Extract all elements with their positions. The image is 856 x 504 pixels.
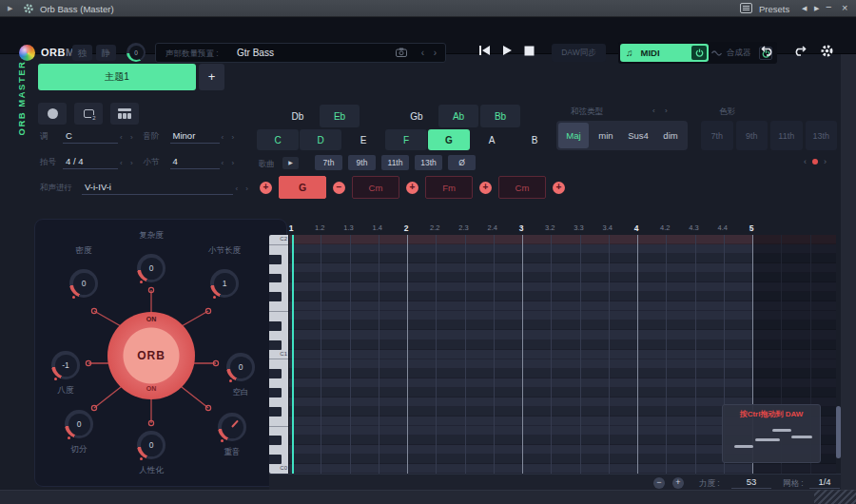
chord-type-min[interactable]: min [591,123,621,148]
add-chord-icon[interactable]: + [479,182,492,194]
knob-syncopation[interactable]: 0 [65,410,93,438]
knob-dial-syncopation[interactable]: 0 [65,410,93,438]
song-play-button[interactable]: ▶ [282,157,299,169]
knob-octave[interactable]: -1 [51,351,80,379]
skip-back-button[interactable] [478,45,491,56]
piano-key[interactable] [269,301,288,311]
grid-size-value[interactable]: 1/4 [809,476,840,489]
note-button-Db[interactable]: Db [278,105,318,127]
progression-stepper[interactable]: ‹ › [235,184,251,193]
note-button-G[interactable]: G [428,129,470,150]
chord-type-dim[interactable]: dim [655,123,686,148]
extension-11th[interactable]: 11th [381,155,409,170]
piano-keys[interactable]: C2C1C0 [269,235,288,474]
note-button-F[interactable]: F [385,129,427,150]
note-button-C[interactable]: C [257,129,299,150]
volume-knob[interactable]: 0 [126,43,146,62]
extension-13th[interactable]: 13th [415,155,442,170]
orb-view-button[interactable] [38,103,67,125]
note-button-D[interactable]: D [300,129,341,150]
key-stepper[interactable]: ‹ › [120,133,136,142]
color-7th[interactable]: 7th [701,121,733,150]
knob-accent[interactable] [218,413,246,441]
piano-key[interactable] [269,311,288,321]
close-button[interactable]: × [842,2,847,13]
chord-chip-G[interactable]: G [279,176,326,199]
note-button-A[interactable]: A [471,129,513,150]
knob-density[interactable]: 0 [69,269,98,298]
play-button[interactable] [502,45,513,56]
chord-type-Sus4[interactable]: Sus4 [623,123,653,148]
drag-to-daw-box[interactable]: 按Ctrl拖动到 DAW [722,404,821,463]
piano-key[interactable] [269,369,288,378]
piano-key[interactable]: C1 [269,350,288,359]
chord-type-stepper[interactable]: ‹ › [652,107,671,115]
settings-gear-icon[interactable] [820,44,834,58]
voice-preset-value[interactable]: Gtr Bass [237,48,274,58]
daw-sync-button[interactable]: DAW同步 [552,44,606,62]
add-theme-button[interactable]: + [199,64,224,90]
preset-prev-icon[interactable]: ◀ [802,5,807,12]
knob-complexity[interactable]: 0 [137,254,165,282]
piano-key[interactable] [269,292,288,301]
knob-dial-rest[interactable]: 0 [226,353,255,381]
preset-list-icon[interactable] [740,3,752,13]
piano-key[interactable] [269,445,288,455]
piano-key[interactable] [269,274,288,283]
preset-next-icon[interactable]: ▶ [814,5,819,12]
resize-grip[interactable] [814,490,856,504]
knob-dial-density[interactable]: 0 [69,269,98,298]
progression-value[interactable]: V-i-IV-i [82,182,233,195]
preset-prev-arrow-icon[interactable]: ‹ [421,48,424,58]
timesig-value[interactable]: 4 / 4 [63,156,118,169]
voice-preset-field[interactable]: 声部数量预置 : Gtr Bass ‹ › [155,43,446,63]
pager-prev-icon[interactable]: ‹ [804,157,807,166]
orb-top-toggle[interactable]: ON [107,316,195,322]
piano-key[interactable] [269,244,288,255]
color-11th[interactable]: 11th [770,121,803,150]
midi-power-icon[interactable] [691,46,707,60]
add-chord-icon[interactable]: + [553,182,565,194]
extension-7th[interactable]: 7th [315,155,342,170]
collapse-icon[interactable]: ▶ [8,5,12,12]
color-9th[interactable]: 9th [736,121,768,150]
chord-chip-Cm[interactable]: Cm [498,176,546,199]
preset-next-arrow-icon[interactable]: › [434,48,437,58]
piano-key[interactable] [269,378,288,388]
knob-dial-humanize[interactable]: 0 [137,431,165,459]
minimize-button[interactable]: − [826,1,831,12]
bars-stepper[interactable]: ‹ › [222,159,238,167]
orb-bottom-toggle[interactable]: ON [107,385,195,392]
piano-key[interactable] [269,455,288,464]
piano-key[interactable]: C2 [269,235,288,244]
piano-key[interactable] [269,321,288,331]
knob-dial-accent[interactable] [218,413,246,441]
piano-key[interactable] [269,397,288,407]
piano-key[interactable] [269,388,288,397]
piano-key[interactable]: C0 [269,464,288,474]
knob-dial-bar-length[interactable]: 1 [210,269,239,298]
knob-dial-complexity[interactable]: 0 [137,254,165,282]
knob-bar-length[interactable]: 1 [210,269,239,298]
note-button-Gb[interactable]: Gb [397,105,437,127]
piano-key[interactable] [269,359,288,369]
midi-toggle[interactable]: ♫ MIDI [620,44,709,62]
scale-stepper[interactable]: ‹ › [222,133,238,142]
note-button-Bb[interactable]: Bb [480,105,520,127]
note-button-Eb[interactable]: Eb [320,105,360,127]
note-button-E[interactable]: E [342,129,384,150]
undo-button[interactable] [761,44,775,56]
key-value[interactable]: C [63,130,118,144]
solo-button[interactable]: 独 [72,45,92,61]
note-button-Ab[interactable]: Ab [438,105,478,127]
piano-key[interactable] [269,264,288,274]
knob-dial-octave[interactable]: -1 [51,351,80,379]
color-13th[interactable]: 13th [806,121,838,150]
zoom-out-button[interactable]: − [653,477,665,489]
add-chord-icon[interactable]: + [406,182,418,194]
piano-key[interactable] [269,340,288,350]
pager-next-icon[interactable]: › [824,157,827,166]
piano-key[interactable] [269,407,288,417]
knob-humanize[interactable]: 0 [137,431,165,459]
grid-view-button[interactable] [110,103,139,125]
